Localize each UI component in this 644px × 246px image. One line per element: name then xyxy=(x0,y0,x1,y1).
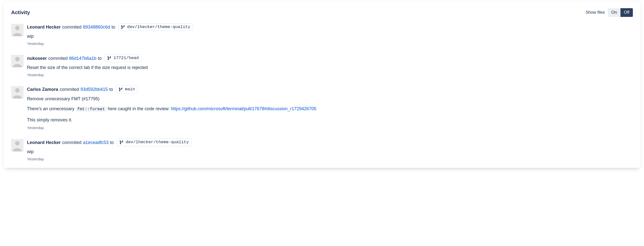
commit-verb: commited xyxy=(62,24,82,30)
commit-hash-link[interactable]: 86d147b6a1b xyxy=(69,55,96,61)
activity-body: nukoseer commited 86d147b6a1b to 17721/h… xyxy=(27,54,633,77)
desc-text-post: here caught in the code review: xyxy=(106,106,171,111)
to-word: to xyxy=(112,24,115,30)
activity-body: Leonard Hecker commited a1eceadfc53 to d… xyxy=(27,139,633,161)
toggle-button-group: On Off xyxy=(608,8,633,17)
branch-icon xyxy=(107,56,112,60)
commit-description: There's an unnecessary fmt::format here … xyxy=(27,105,633,112)
branch-badge[interactable]: 17721/head xyxy=(104,54,142,62)
to-word: to xyxy=(98,55,102,61)
timestamp: Yesterday xyxy=(27,126,633,130)
commit-title: wip xyxy=(27,149,633,154)
avatar[interactable] xyxy=(11,24,24,36)
branch-badge[interactable]: dev/lhecker/theme-quality xyxy=(117,139,192,146)
timestamp: Yesterday xyxy=(27,157,633,161)
desc-text-pre: There's an unnecessary xyxy=(27,106,76,111)
commit-title: Reset the size of the correct tab if the… xyxy=(27,65,633,70)
commit-line: Carlos Zamora commited 93d592bb415 to ma… xyxy=(27,86,633,93)
branch-name: 17721/head xyxy=(114,56,139,61)
branch-icon xyxy=(121,25,125,29)
show-files-off-button[interactable]: Off xyxy=(620,8,633,17)
commit-verb: commited xyxy=(48,55,68,61)
commit-verb: commited xyxy=(62,140,82,146)
show-files-label: Show files xyxy=(586,10,604,15)
branch-icon xyxy=(119,87,123,92)
activity-body: Carlos Zamora commited 93d592bb415 to ma… xyxy=(27,86,633,130)
avatar[interactable] xyxy=(11,86,24,98)
svg-point-7 xyxy=(15,141,20,146)
commit-verb: commited xyxy=(60,86,79,92)
svg-point-1 xyxy=(15,26,20,30)
svg-point-5 xyxy=(15,88,20,93)
timestamp: Yesterday xyxy=(27,73,633,77)
branch-badge[interactable]: dev/lhecker/theme-quality xyxy=(118,23,193,31)
branch-name: dev/lhecker/theme-quality xyxy=(127,25,190,30)
commit-title: wip xyxy=(27,34,633,39)
author-name[interactable]: Leonard Hecker xyxy=(27,140,61,146)
branch-name: dev/lhecker/theme-quality xyxy=(126,140,189,145)
activity-item: nukoseer commited 86d147b6a1b to 17721/h… xyxy=(11,54,633,77)
commit-description: This simply removes it. xyxy=(27,117,633,123)
activity-item: Leonard Hecker commited a1eceadfc53 to d… xyxy=(11,139,633,161)
activity-list: Leonard Hecker commited 89348860c6d to d… xyxy=(11,23,633,161)
inline-code: fmt::format xyxy=(76,106,106,112)
commit-hash-link[interactable]: 93d592bb415 xyxy=(80,86,108,92)
avatar[interactable] xyxy=(11,139,24,151)
panel-title: Activity xyxy=(11,10,30,15)
branch-badge[interactable]: main xyxy=(116,86,138,93)
commit-hash-link[interactable]: a1eceadfc53 xyxy=(83,140,108,146)
branch-icon xyxy=(120,140,124,145)
activity-body: Leonard Hecker commited 89348860c6d to d… xyxy=(27,23,633,46)
show-files-toggle-group: Show files On Off xyxy=(586,8,633,17)
avatar[interactable] xyxy=(11,55,24,67)
commit-hash-link[interactable]: 89348860c6d xyxy=(83,24,110,30)
timestamp: Yesterday xyxy=(27,41,633,46)
review-link[interactable]: https://github.com/microsoft/terminal/pu… xyxy=(171,106,316,111)
activity-item: Leonard Hecker commited 89348860c6d to d… xyxy=(11,23,633,46)
author-name[interactable]: Leonard Hecker xyxy=(27,24,61,30)
commit-line: nukoseer commited 86d147b6a1b to 17721/h… xyxy=(27,54,633,62)
branch-name: main xyxy=(125,87,135,92)
to-word: to xyxy=(109,86,113,92)
commit-title: Remove unnecessary FMT (#17795) xyxy=(27,96,633,101)
svg-point-3 xyxy=(15,57,20,61)
author-name[interactable]: Carlos Zamora xyxy=(27,86,58,92)
commit-line: Leonard Hecker commited 89348860c6d to d… xyxy=(27,23,633,31)
author-name[interactable]: nukoseer xyxy=(27,55,47,61)
panel-header: Activity Show files On Off xyxy=(11,8,633,17)
show-files-on-button[interactable]: On xyxy=(608,8,620,17)
to-word: to xyxy=(110,140,114,146)
activity-item: Carlos Zamora commited 93d592bb415 to ma… xyxy=(11,86,633,130)
activity-panel: Activity Show files On Off Leonard Hecke… xyxy=(3,1,641,168)
commit-line: Leonard Hecker commited a1eceadfc53 to d… xyxy=(27,139,633,146)
